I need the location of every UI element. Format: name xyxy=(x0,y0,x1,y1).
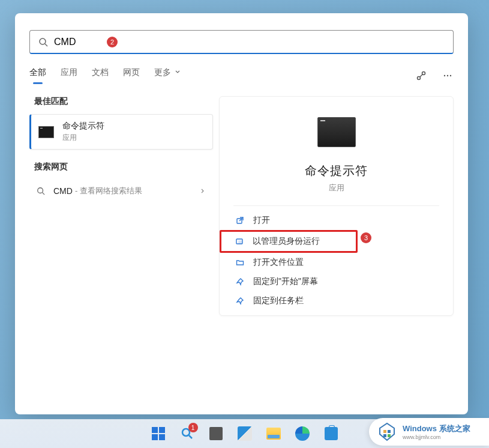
taskview-icon xyxy=(209,427,223,440)
taskbar-explorer[interactable] xyxy=(262,422,286,446)
edge-icon xyxy=(295,426,310,441)
svg-line-4 xyxy=(420,74,422,77)
watermark-title: Windows 系统之家 xyxy=(403,423,470,434)
action-label: 固定到任务栏 xyxy=(253,295,304,306)
web-results-header: 搜索网页 xyxy=(29,162,213,172)
svg-point-8 xyxy=(38,188,43,193)
search-box[interactable]: 2 xyxy=(29,30,454,54)
svg-rect-17 xyxy=(388,430,391,433)
annotation-badge-2: 2 xyxy=(107,37,118,47)
start-button[interactable] xyxy=(146,422,170,446)
explorer-icon xyxy=(266,428,281,440)
action-label: 打开 xyxy=(253,215,270,226)
annotation-badge-3: 3 xyxy=(361,232,371,243)
taskbar-taskview[interactable] xyxy=(204,422,228,446)
action-pin-start[interactable]: 固定到"开始"屏幕 xyxy=(229,272,443,291)
taskbar-widgets[interactable] xyxy=(233,422,257,446)
content-row: 最佳匹配 命令提示符 应用 搜索网页 CMD - 查看网络搜索结果 命令提示符 xyxy=(29,96,454,316)
action-open[interactable]: 打开 xyxy=(229,211,443,230)
best-match-item[interactable]: 命令提示符 应用 xyxy=(29,114,213,150)
folder-icon xyxy=(235,258,245,267)
taskbar-edge[interactable] xyxy=(290,422,314,446)
windows-logo-icon xyxy=(152,427,165,440)
watermark-url: www.bjjmlv.com xyxy=(403,434,470,440)
svg-line-1 xyxy=(45,44,47,46)
web-desc-text: - 查看网络搜索结果 xyxy=(75,186,142,196)
connect-icon[interactable] xyxy=(415,70,427,82)
svg-point-6 xyxy=(447,75,448,76)
svg-rect-16 xyxy=(383,430,386,433)
app-type: 应用 xyxy=(329,183,344,193)
tab-all[interactable]: 全部 xyxy=(29,67,46,84)
admin-shield-icon xyxy=(235,237,244,246)
chevron-right-icon xyxy=(200,186,206,196)
action-run-as-admin[interactable]: 以管理员身份运行 xyxy=(220,230,358,253)
svg-point-3 xyxy=(422,72,425,75)
watermark-logo-icon xyxy=(376,421,398,443)
store-icon xyxy=(325,427,338,440)
pin-icon xyxy=(235,296,245,306)
svg-rect-13 xyxy=(239,241,242,244)
svg-rect-18 xyxy=(383,434,386,437)
actions-list: 打开 以管理员身份运行 打开文件位置 xyxy=(220,206,453,315)
tab-web[interactable]: 网页 xyxy=(123,67,140,84)
pin-icon xyxy=(235,277,245,286)
watermark-text: Windows 系统之家 www.bjjmlv.com xyxy=(403,423,470,440)
tab-documents[interactable]: 文档 xyxy=(92,67,109,84)
open-external-icon xyxy=(235,216,245,225)
tab-apps[interactable]: 应用 xyxy=(61,67,77,84)
preview-panel: 命令提示符 应用 打开 以管理员身份运行 xyxy=(219,96,454,316)
svg-line-9 xyxy=(43,193,45,195)
app-name: 命令提示符 xyxy=(305,163,368,179)
results-column: 最佳匹配 命令提示符 应用 搜索网页 CMD - 查看网络搜索结果 xyxy=(29,96,213,316)
best-match-header: 最佳匹配 xyxy=(29,96,213,107)
chevron-down-icon xyxy=(175,69,181,75)
action-label: 打开文件位置 xyxy=(253,257,304,268)
tab-more[interactable]: 更多 xyxy=(154,67,181,84)
web-query-text: CMD xyxy=(53,186,73,196)
svg-point-7 xyxy=(450,75,451,76)
svg-point-2 xyxy=(418,77,421,80)
best-match-subtitle: 应用 xyxy=(62,133,104,143)
search-icon xyxy=(37,187,45,195)
cmd-app-icon xyxy=(38,126,54,138)
search-icon xyxy=(38,37,48,47)
tabs-row: 全部 应用 文档 网页 更多 xyxy=(29,67,454,88)
start-search-panel: 2 全部 应用 文档 网页 更多 最佳匹配 命令提示符 应用 xyxy=(15,13,468,414)
svg-line-11 xyxy=(239,217,243,221)
watermark: Windows 系统之家 www.bjjmlv.com xyxy=(369,418,489,446)
best-match-text: 命令提示符 应用 xyxy=(62,121,104,143)
svg-rect-19 xyxy=(388,434,391,437)
taskbar-search-button[interactable]: 1 xyxy=(175,422,199,446)
action-pin-taskbar[interactable]: 固定到任务栏 xyxy=(229,291,443,310)
best-match-title: 命令提示符 xyxy=(62,121,104,132)
svg-line-15 xyxy=(189,435,192,438)
svg-point-14 xyxy=(182,429,190,436)
web-result-item[interactable]: CMD - 查看网络搜索结果 xyxy=(29,180,213,202)
widgets-icon xyxy=(238,426,252,441)
more-icon[interactable] xyxy=(442,70,454,82)
action-label: 以管理员身份运行 xyxy=(253,236,320,247)
annotation-badge-1: 1 xyxy=(188,423,198,432)
taskbar-store[interactable] xyxy=(319,422,343,446)
svg-point-5 xyxy=(444,75,445,76)
app-icon-large xyxy=(317,117,356,147)
action-label: 固定到"开始"屏幕 xyxy=(253,276,318,287)
svg-point-0 xyxy=(40,38,46,44)
action-open-location[interactable]: 打开文件位置 xyxy=(229,253,443,272)
